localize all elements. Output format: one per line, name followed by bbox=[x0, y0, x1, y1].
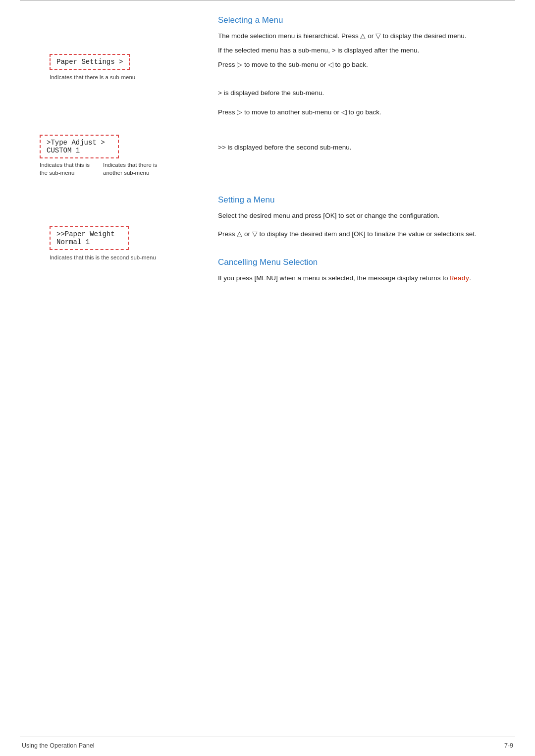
bottom-spacer bbox=[0, 526, 535, 737]
selecting-menu-heading: Selecting a Menu bbox=[218, 15, 515, 25]
diagram2-text1: > is displayed before the sub-menu. bbox=[218, 88, 515, 99]
diagram2-text2: Press ▷ to move to another sub-menu or ◁… bbox=[218, 107, 515, 118]
setting-menu-heading: Setting a Menu bbox=[218, 195, 515, 205]
diagram1-container: Paper Settings > Indicates that there is… bbox=[50, 54, 135, 81]
diagram3-block: >>Paper Weight Normal 1 Indicates that t… bbox=[20, 184, 156, 263]
selecting-menu-para2: If the selected menu has a sub-menu, > i… bbox=[218, 46, 515, 56]
diagram2-label2: Indicates that there is another sub-menu bbox=[103, 161, 158, 177]
diagram3-label: Indicates that this is the second sub-me… bbox=[50, 254, 156, 260]
diagram2-block: >Type Adjust > CUSTOM 1 Indicates that t… bbox=[20, 89, 158, 179]
content-area: Paper Settings > Indicates that there is… bbox=[0, 0, 535, 526]
cancelling-menu-section: Cancelling Menu Selection If you press [… bbox=[218, 257, 515, 284]
footer-right: 7-9 bbox=[504, 742, 513, 749]
diagram3-container: >>Paper Weight Normal 1 Indicates that t… bbox=[50, 226, 156, 261]
diagram3-text1: >> is displayed before the second sub-me… bbox=[218, 143, 515, 153]
diagram2-lcd: >Type Adjust > CUSTOM 1 bbox=[40, 135, 119, 158]
spacer-align-diagram2: > is displayed before the sub-menu. Pres… bbox=[218, 88, 515, 143]
spacer-align-diagram3: >> is displayed before the second sub-me… bbox=[218, 143, 515, 187]
footer-left: Using the Operation Panel bbox=[22, 742, 95, 749]
diagram1-lcd: Paper Settings > bbox=[50, 54, 130, 70]
diagram2-label1: Indicates that this is the sub-menu bbox=[40, 161, 94, 177]
diagram1-block: Paper Settings > Indicates that there is… bbox=[20, 15, 135, 84]
setting-menu-para2: Press △ or ▽ to display the desired item… bbox=[218, 229, 515, 240]
cancelling-menu-para: If you press [MENU] when a menu is selec… bbox=[218, 273, 515, 284]
page-container: Paper Settings > Indicates that there is… bbox=[0, 0, 535, 756]
right-column: Selecting a Menu The mode selection menu… bbox=[213, 15, 515, 511]
diagram3-lcd: >>Paper Weight Normal 1 bbox=[50, 226, 129, 250]
cancelling-menu-code: Ready bbox=[450, 275, 469, 282]
selecting-menu-para3: Press ▷ to move to the sub-menu or ◁ to … bbox=[218, 60, 515, 70]
setting-menu-para1: Select the desired menu and press [OK] t… bbox=[218, 211, 515, 221]
cancelling-menu-heading: Cancelling Menu Selection bbox=[218, 257, 515, 267]
diagram1-label: Indicates that there is a sub-menu bbox=[50, 74, 135, 80]
selecting-menu-section: Selecting a Menu The mode selection menu… bbox=[218, 15, 515, 70]
setting-menu-section: Setting a Menu Select the desired menu a… bbox=[218, 195, 515, 240]
diagram2-container: >Type Adjust > CUSTOM 1 Indicates that t… bbox=[40, 135, 158, 177]
footer: Using the Operation Panel 7-9 bbox=[0, 737, 535, 756]
left-column: Paper Settings > Indicates that there is… bbox=[20, 15, 213, 511]
selecting-menu-para1: The mode selection menu is hierarchical.… bbox=[218, 31, 515, 42]
